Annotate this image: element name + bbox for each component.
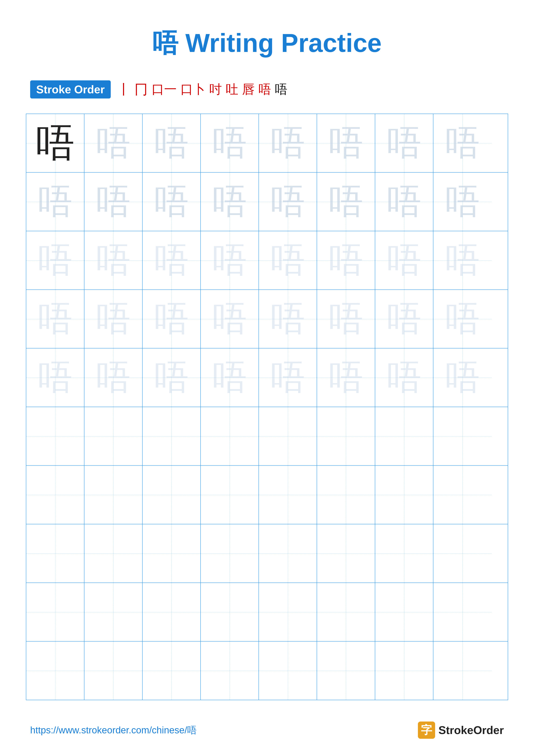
cell-6-5[interactable]	[259, 407, 317, 465]
cell-7-1[interactable]	[26, 466, 85, 524]
cell-9-7[interactable]	[375, 583, 433, 641]
cell-10-2[interactable]	[85, 641, 142, 700]
cell-8-3[interactable]	[142, 524, 201, 582]
cell-8-4[interactable]	[201, 524, 259, 582]
cell-3-2[interactable]: 唔	[85, 231, 142, 289]
char-faint: 唔	[85, 348, 142, 407]
cell-1-4[interactable]: 唔	[201, 114, 259, 172]
cell-5-5[interactable]: 唔	[259, 348, 317, 407]
cell-8-8[interactable]	[433, 524, 492, 582]
cell-3-6[interactable]: 唔	[317, 231, 375, 289]
stroke-2: 冂	[135, 80, 148, 98]
cell-9-5[interactable]	[259, 583, 317, 641]
char-faint: 唔	[142, 348, 200, 407]
cell-2-6[interactable]: 唔	[317, 173, 375, 231]
cell-1-2[interactable]: 唔	[85, 114, 142, 172]
cell-7-5[interactable]	[259, 466, 317, 524]
cell-5-1[interactable]: 唔	[26, 348, 85, 407]
cell-1-1[interactable]: 唔	[26, 114, 85, 172]
cell-3-4[interactable]: 唔	[201, 231, 259, 289]
cell-8-5[interactable]	[259, 524, 317, 582]
cell-6-3[interactable]	[142, 407, 201, 465]
char-guide: 唔	[433, 114, 492, 172]
cell-10-3[interactable]	[142, 641, 201, 700]
cell-7-7[interactable]	[375, 466, 433, 524]
cell-1-3[interactable]: 唔	[142, 114, 201, 172]
grid-row-5: 唔 唔 唔 唔 唔 唔 唔 唔	[26, 348, 508, 407]
cell-6-7[interactable]	[375, 407, 433, 465]
cell-5-2[interactable]: 唔	[85, 348, 142, 407]
cell-7-3[interactable]	[142, 466, 201, 524]
cell-10-8[interactable]	[433, 641, 492, 700]
cell-4-8[interactable]: 唔	[433, 290, 492, 348]
cell-3-7[interactable]: 唔	[375, 231, 433, 289]
cell-1-8[interactable]: 唔	[433, 114, 492, 172]
cell-6-8[interactable]	[433, 407, 492, 465]
cell-1-6[interactable]: 唔	[317, 114, 375, 172]
cell-5-3[interactable]: 唔	[142, 348, 201, 407]
grid-row-3: 唔 唔 唔 唔 唔 唔 唔 唔	[26, 231, 508, 290]
cell-6-6[interactable]	[317, 407, 375, 465]
cell-5-4[interactable]: 唔	[201, 348, 259, 407]
cell-7-8[interactable]	[433, 466, 492, 524]
cell-5-6[interactable]: 唔	[317, 348, 375, 407]
cell-8-1[interactable]	[26, 524, 85, 582]
footer-url[interactable]: https://www.strokeorder.com/chinese/唔	[30, 724, 197, 737]
cell-8-6[interactable]	[317, 524, 375, 582]
char-faint: 唔	[26, 290, 84, 348]
char-guide: 唔	[317, 114, 375, 172]
cell-4-1[interactable]: 唔	[26, 290, 85, 348]
cell-10-7[interactable]	[375, 641, 433, 700]
cell-3-1[interactable]: 唔	[26, 231, 85, 289]
char-faint: 唔	[317, 290, 375, 348]
cell-6-2[interactable]	[85, 407, 142, 465]
cell-10-6[interactable]	[317, 641, 375, 700]
cell-9-1[interactable]	[26, 583, 85, 641]
cell-5-7[interactable]: 唔	[375, 348, 433, 407]
cell-3-8[interactable]: 唔	[433, 231, 492, 289]
cell-5-8[interactable]: 唔	[433, 348, 492, 407]
cell-8-7[interactable]	[375, 524, 433, 582]
cell-2-7[interactable]: 唔	[375, 173, 433, 231]
cell-2-4[interactable]: 唔	[201, 173, 259, 231]
cell-9-2[interactable]	[85, 583, 142, 641]
char-faint: 唔	[259, 231, 317, 289]
cell-1-7[interactable]: 唔	[375, 114, 433, 172]
cell-7-2[interactable]	[85, 466, 142, 524]
cell-2-3[interactable]: 唔	[142, 173, 201, 231]
grid-row-6	[26, 407, 508, 466]
cell-2-8[interactable]: 唔	[433, 173, 492, 231]
cell-2-5[interactable]: 唔	[259, 173, 317, 231]
char-guide: 唔	[259, 114, 317, 172]
cell-4-6[interactable]: 唔	[317, 290, 375, 348]
cell-2-2[interactable]: 唔	[85, 173, 142, 231]
cell-4-3[interactable]: 唔	[142, 290, 201, 348]
cell-4-7[interactable]: 唔	[375, 290, 433, 348]
cell-2-1[interactable]: 唔	[26, 173, 85, 231]
stroke-order-section: Stroke Order 丨 冂 口一 口卜 吋 吐 唇 唔 唔	[0, 74, 534, 105]
page-title: 唔 Writing Practice	[0, 0, 534, 74]
cell-7-6[interactable]	[317, 466, 375, 524]
char-main: 唔	[26, 114, 84, 172]
cell-10-5[interactable]	[259, 641, 317, 700]
cell-9-8[interactable]	[433, 583, 492, 641]
cell-6-4[interactable]	[201, 407, 259, 465]
cell-7-4[interactable]	[201, 466, 259, 524]
cell-3-5[interactable]: 唔	[259, 231, 317, 289]
cell-1-5[interactable]: 唔	[259, 114, 317, 172]
cell-6-1[interactable]	[26, 407, 85, 465]
cell-9-4[interactable]	[201, 583, 259, 641]
stroke-3: 口一	[152, 81, 177, 98]
cell-8-2[interactable]	[85, 524, 142, 582]
cell-4-4[interactable]: 唔	[201, 290, 259, 348]
cell-10-4[interactable]	[201, 641, 259, 700]
cell-4-5[interactable]: 唔	[259, 290, 317, 348]
char-guide: 唔	[26, 173, 84, 231]
cell-4-2[interactable]: 唔	[85, 290, 142, 348]
cell-9-3[interactable]	[142, 583, 201, 641]
char-faint: 唔	[433, 348, 492, 407]
cell-10-1[interactable]	[26, 641, 85, 700]
char-faint: 唔	[317, 348, 375, 407]
cell-9-6[interactable]	[317, 583, 375, 641]
cell-3-3[interactable]: 唔	[142, 231, 201, 289]
